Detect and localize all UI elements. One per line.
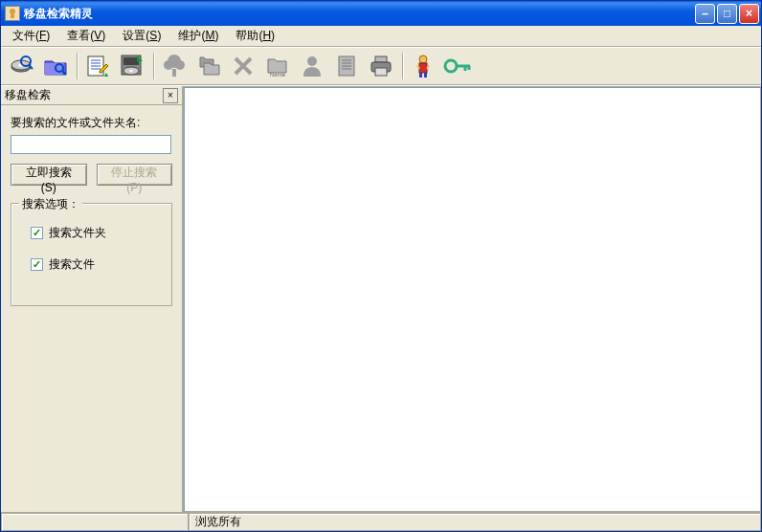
sidebar-tab-label: 移盘检索 [5, 87, 163, 103]
svg-rect-36 [419, 73, 422, 78]
titlebar: 移盘检索精灵 – □ × [1, 1, 761, 26]
folder-stack-icon[interactable] [192, 50, 225, 82]
svg-rect-1 [11, 14, 14, 18]
person-icon[interactable] [407, 50, 439, 82]
sidebar-tab: 移盘检索 × [1, 86, 182, 105]
status-left [1, 513, 189, 531]
button-row: 立即搜索(S) 停止搜索(P) [11, 164, 172, 186]
search-button[interactable]: 立即搜索(S) [11, 164, 87, 186]
disc-save-icon[interactable] [116, 50, 148, 82]
checkbox-label: 搜索文件夹 [49, 225, 106, 241]
sidebar-close-button[interactable]: × [163, 88, 178, 103]
svg-point-17 [129, 70, 133, 72]
menu-view[interactable]: 查看(V) [59, 26, 113, 46]
svg-rect-21 [172, 69, 176, 77]
search-options-group: 搜索选项： ✓ 搜索文件夹 ✓ 搜索文件 [11, 203, 172, 306]
rename-icon[interactable]: Name [261, 50, 294, 82]
svg-point-0 [10, 9, 15, 14]
search-folder-icon[interactable] [39, 50, 72, 82]
client-area: 移盘检索 × 要搜索的文件或文件夹名: 立即搜索(S) 停止搜索(P) 搜索选项… [1, 85, 761, 512]
menu-maintain[interactable]: 维护(M) [170, 26, 226, 46]
search-input[interactable] [11, 135, 171, 154]
delete-icon[interactable] [227, 50, 259, 82]
toolbar-sep [74, 50, 79, 82]
menubar: 文件(F) 查看(V) 设置(S) 维护(M) 帮助(H) [1, 26, 761, 47]
search-field-label: 要搜索的文件或文件夹名: [11, 115, 172, 131]
svg-rect-35 [419, 63, 427, 73]
checkbox-icon: ✓ [31, 227, 43, 239]
svg-point-34 [419, 55, 427, 63]
svg-point-40 [445, 60, 457, 72]
sidebar-body: 要搜索的文件或文件夹名: 立即搜索(S) 停止搜索(P) 搜索选项： ✓ 搜索文… [1, 105, 182, 316]
menu-help[interactable]: 帮助(H) [228, 26, 282, 46]
svg-rect-31 [375, 56, 387, 62]
svg-point-20 [175, 60, 185, 70]
svg-rect-33 [375, 68, 387, 76]
svg-rect-15 [123, 57, 139, 65]
group-title: 搜索选项： [19, 196, 82, 212]
toolbar: Name [1, 47, 761, 85]
menu-file[interactable]: 文件(F) [5, 26, 57, 46]
sidebar: 移盘检索 × 要搜索的文件或文件夹名: 立即搜索(S) 停止搜索(P) 搜索选项… [1, 86, 183, 512]
maximize-button[interactable]: □ [717, 4, 737, 24]
toolbar-sep [150, 50, 156, 82]
checkbox-label: 搜索文件 [49, 256, 95, 273]
print-icon[interactable] [365, 50, 397, 82]
svg-text:Name: Name [270, 72, 286, 78]
window: 移盘检索精灵 – □ × 文件(F) 查看(V) 设置(S) 维护(M) 帮助(… [0, 0, 762, 532]
status-right: 浏览所有 [189, 513, 761, 531]
user-icon[interactable] [296, 50, 328, 82]
key-icon[interactable] [441, 50, 474, 82]
tree-icon[interactable] [158, 50, 190, 82]
list-edit-icon[interactable] [81, 50, 114, 82]
app-icon [5, 6, 20, 21]
window-controls: – □ × [695, 4, 759, 24]
window-title: 移盘检索精灵 [24, 6, 695, 22]
stop-button: 停止搜索(P) [97, 164, 173, 186]
svg-point-19 [164, 60, 173, 70]
minimize-button[interactable]: – [695, 4, 715, 24]
close-button[interactable]: × [739, 4, 759, 24]
scan-disc-icon[interactable] [5, 50, 37, 82]
main-content [183, 86, 761, 512]
toolbar-sep [399, 50, 405, 82]
menu-settings[interactable]: 设置(S) [115, 26, 168, 46]
svg-rect-37 [424, 73, 427, 78]
checkbox-icon: ✓ [31, 258, 43, 271]
document-icon[interactable] [330, 50, 363, 82]
checkbox-search-files[interactable]: ✓ 搜索文件 [31, 256, 162, 273]
checkbox-search-folders[interactable]: ✓ 搜索文件夹 [31, 225, 162, 241]
svg-point-25 [307, 56, 317, 66]
statusbar: 浏览所有 [1, 512, 761, 531]
